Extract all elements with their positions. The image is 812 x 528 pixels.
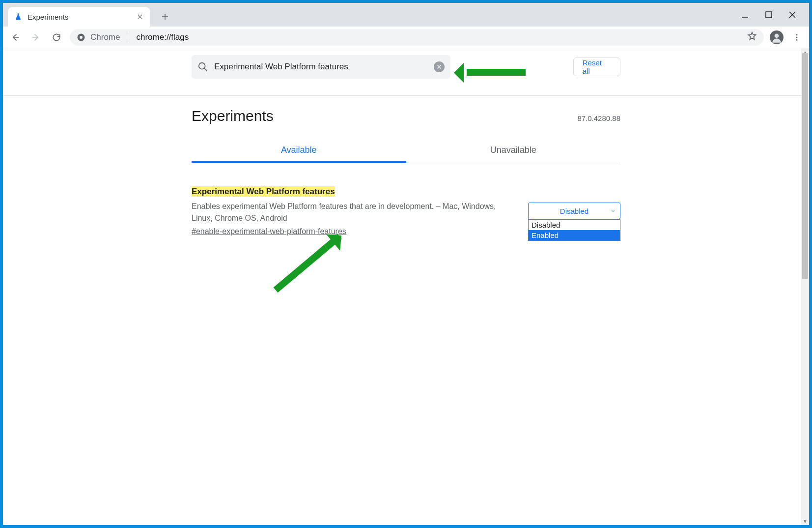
experiment-row: Experimental Web Platform features Enabl… xyxy=(192,187,620,236)
reload-button[interactable] xyxy=(49,30,64,45)
tab-available[interactable]: Available xyxy=(192,139,406,163)
flask-icon xyxy=(14,12,23,21)
svg-point-8 xyxy=(199,63,205,69)
bookmark-star-icon[interactable] xyxy=(747,31,757,43)
maximize-button[interactable] xyxy=(764,10,774,20)
svg-point-5 xyxy=(796,34,798,35)
svg-point-2 xyxy=(80,36,83,39)
forward-button[interactable] xyxy=(28,30,43,45)
svg-rect-0 xyxy=(766,12,772,18)
experiment-title: Experimental Web Platform features xyxy=(192,186,335,197)
search-input[interactable] xyxy=(214,62,428,72)
header-divider xyxy=(3,95,809,96)
search-icon xyxy=(197,61,208,72)
profile-avatar[interactable] xyxy=(770,30,784,44)
reset-all-button[interactable]: Reset all xyxy=(573,58,620,76)
svg-point-4 xyxy=(775,33,779,38)
select-current[interactable]: Disabled xyxy=(528,203,620,219)
tabs: Available Unavailable xyxy=(192,139,620,163)
url-scheme: Chrome xyxy=(90,32,120,42)
option-disabled[interactable]: Disabled xyxy=(529,220,620,230)
clear-search-icon[interactable] xyxy=(434,61,445,72)
svg-point-7 xyxy=(796,39,798,40)
minimize-button[interactable] xyxy=(740,10,750,20)
scroll-down-icon[interactable]: ▼ xyxy=(801,517,809,525)
browser-toolbar: Chrome chrome://flags xyxy=(3,27,809,48)
new-tab-button[interactable] xyxy=(157,9,173,25)
experiment-select[interactable]: Disabled Disabled Enabled xyxy=(528,203,620,241)
chevron-down-icon xyxy=(610,207,616,215)
svg-point-6 xyxy=(796,36,798,38)
select-value: Disabled xyxy=(560,207,588,215)
scrollbar[interactable]: ▲ ▼ xyxy=(801,48,809,525)
page-title: Experiments xyxy=(192,108,274,124)
search-box[interactable] xyxy=(192,55,450,79)
scrollbar-thumb[interactable] xyxy=(802,53,808,279)
url-separator xyxy=(128,33,128,42)
option-enabled[interactable]: Enabled xyxy=(529,230,620,240)
select-dropdown: Disabled Enabled xyxy=(528,219,620,241)
tab-unavailable[interactable]: Unavailable xyxy=(406,139,621,163)
window-controls xyxy=(731,3,806,27)
back-button[interactable] xyxy=(8,30,23,45)
close-window-button[interactable] xyxy=(787,10,797,20)
page-content: Reset all Experiments 87.0.4280.88 Avail… xyxy=(3,48,809,525)
close-tab-icon[interactable] xyxy=(136,12,144,21)
experiment-hash-link[interactable]: #enable-experimental-web-platform-featur… xyxy=(192,227,346,236)
experiment-description: Enables experimental Web Platform featur… xyxy=(192,201,506,224)
annotation-arrow xyxy=(467,69,526,76)
url-path: chrome://flags xyxy=(136,32,189,42)
site-icon xyxy=(77,33,85,42)
browser-tab[interactable]: Experiments xyxy=(8,7,150,27)
tab-title: Experiments xyxy=(28,13,68,21)
address-bar[interactable]: Chrome chrome://flags xyxy=(70,29,764,46)
browser-menu-icon[interactable] xyxy=(789,33,804,42)
tab-strip: Experiments xyxy=(3,3,809,27)
chrome-version: 87.0.4280.88 xyxy=(577,114,620,122)
